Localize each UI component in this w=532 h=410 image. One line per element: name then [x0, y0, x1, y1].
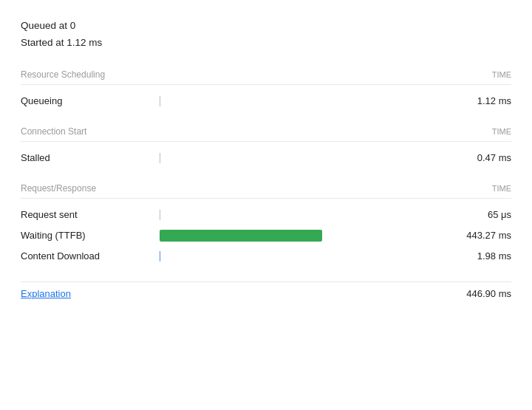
connection-start-time-label: TIME [492, 127, 511, 136]
queueing-time: 1.12 ms [445, 95, 511, 106]
content-download-row: Content Download 1.98 ms [21, 246, 511, 267]
request-response-header: Request/Response TIME [21, 183, 511, 194]
request-response-title: Request/Response [21, 183, 96, 194]
request-sent-time: 65 μs [445, 209, 511, 220]
connection-start-divider [21, 141, 511, 142]
header-info: Queued at 0 Started at 1.12 ms [21, 18, 511, 52]
request-response-divider [21, 198, 511, 199]
connection-start-title: Connection Start [21, 126, 86, 137]
content-download-bar-area [154, 250, 445, 263]
resource-scheduling-title: Resource Scheduling [21, 69, 105, 80]
request-sent-bar-area [154, 208, 445, 222]
queueing-label: Queueing [21, 95, 154, 106]
connection-start-section: Connection Start TIME Stalled 0.47 ms [21, 126, 511, 168]
request-sent-bar-tick [160, 210, 160, 220]
explanation-link[interactable]: Explanation [21, 288, 71, 299]
stalled-label: Stalled [21, 152, 154, 163]
connection-start-header: Connection Start TIME [21, 126, 511, 137]
content-download-label: Content Download [21, 250, 154, 262]
queued-line: Queued at 0 [21, 18, 511, 35]
started-line: Started at 1.12 ms [21, 35, 511, 52]
waiting-ttfb-time: 443.27 ms [445, 230, 511, 241]
queueing-bar-tick [160, 96, 160, 106]
waiting-ttfb-bar-area [154, 229, 445, 242]
content-download-bar [160, 251, 160, 262]
waiting-ttfb-bar [160, 230, 322, 242]
stalled-row: Stalled 0.47 ms [21, 148, 511, 168]
queueing-row: Queueing 1.12 ms [21, 91, 511, 112]
footer-row: Explanation 446.90 ms [21, 281, 511, 299]
request-sent-label: Request sent [21, 209, 154, 220]
total-time: 446.90 ms [466, 288, 511, 299]
stalled-bar-tick [160, 153, 160, 163]
stalled-time: 0.47 ms [445, 152, 511, 163]
resource-scheduling-divider [21, 84, 511, 85]
queueing-bar-area [154, 95, 445, 108]
waiting-ttfb-label: Waiting (TTFB) [21, 230, 154, 241]
waiting-ttfb-row: Waiting (TTFB) 443.27 ms [21, 225, 511, 246]
timing-panel: Queued at 0 Started at 1.12 ms Resource … [0, 0, 532, 317]
content-download-time: 1.98 ms [445, 250, 511, 262]
resource-scheduling-time-label: TIME [492, 70, 511, 79]
request-response-time-label: TIME [492, 184, 511, 193]
request-sent-row: Request sent 65 μs [21, 205, 511, 225]
resource-scheduling-header: Resource Scheduling TIME [21, 69, 511, 80]
request-response-section: Request/Response TIME Request sent 65 μs… [21, 183, 511, 267]
resource-scheduling-section: Resource Scheduling TIME Queueing 1.12 m… [21, 69, 511, 112]
stalled-bar-area [154, 151, 445, 165]
